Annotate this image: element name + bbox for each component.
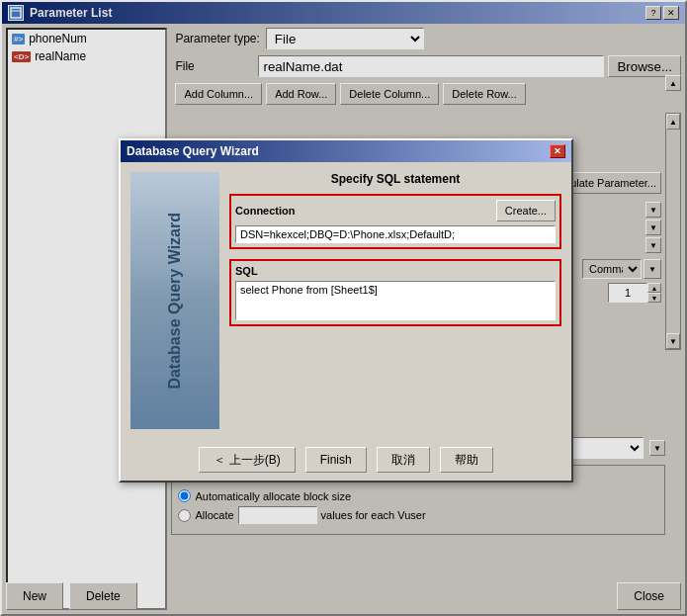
dialog-close-btn[interactable]: ✕ xyxy=(550,144,565,158)
dialog-footer: ＜ 上一步(B) Finish 取消 帮助 xyxy=(121,439,571,481)
dialog-spacer xyxy=(229,336,561,376)
finish-btn[interactable]: Finish xyxy=(305,447,367,473)
connection-value: DSN=hkexcel;DBQ=D:\Phone.xlsx;DefaultD; xyxy=(235,225,556,243)
dialog-title: Database Query Wizard xyxy=(127,144,259,158)
connection-header: Connection Create... xyxy=(235,200,556,221)
connection-label: Connection xyxy=(235,205,296,217)
database-query-dialog: Database Query Wizard ✕ Database Query W… xyxy=(119,138,573,483)
dialog-right-panel: Specify SQL statement Connection Create.… xyxy=(229,172,561,429)
dialog-section-title: Specify SQL statement xyxy=(229,172,561,186)
sql-value: select Phone from [Sheet1$] xyxy=(235,281,556,320)
sql-label: SQL xyxy=(235,265,556,277)
create-connection-btn[interactable]: Create... xyxy=(496,200,556,221)
sql-box: SQL select Phone from [Sheet1$] xyxy=(229,259,561,326)
cancel-btn[interactable]: 取消 xyxy=(377,447,430,473)
dialog-body: Database Query Wizard Specify SQL statem… xyxy=(121,162,571,439)
dialog-title-bar: Database Query Wizard ✕ xyxy=(121,140,571,162)
help-btn[interactable]: 帮助 xyxy=(440,447,493,473)
dialog-left-text: Database Query Wizard xyxy=(166,213,184,390)
modal-overlay: Database Query Wizard ✕ Database Query W… xyxy=(0,0,687,616)
dialog-left-panel: Database Query Wizard xyxy=(130,172,219,429)
connection-box: Connection Create... DSN=hkexcel;DBQ=D:\… xyxy=(229,194,561,249)
back-btn[interactable]: ＜ 上一步(B) xyxy=(199,447,295,473)
